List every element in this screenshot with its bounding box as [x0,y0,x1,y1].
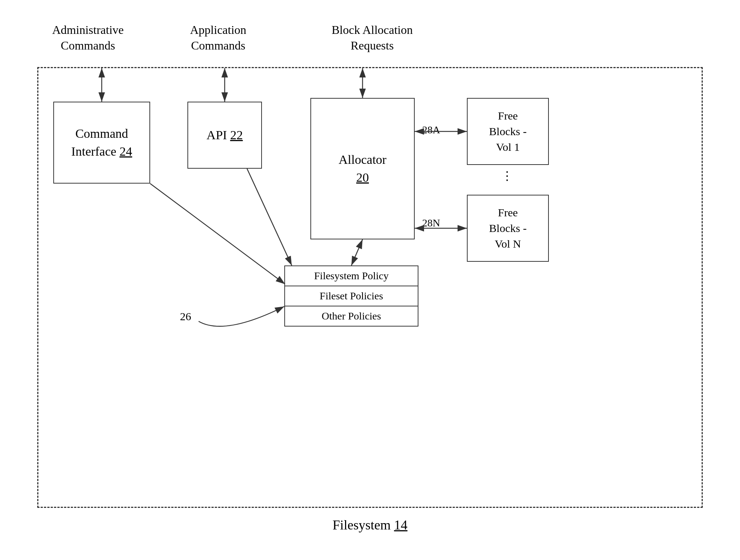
diagram-container: AdministrativeCommands ApplicationComman… [30,22,710,538]
api-block: API 22 [187,102,262,169]
label-28A: 28A [422,124,440,136]
top-labels: AdministrativeCommands ApplicationComman… [30,22,710,67]
label-28N: 28N [422,217,440,229]
policy-box: Filesystem Policy Fileset Policies Other… [284,265,418,327]
allocator-block: Allocator20 [310,98,415,239]
label26-policy-arrow [199,306,284,326]
vol-dots: ⋮ [501,169,514,183]
cmd-policy-arrow [150,184,285,284]
admin-commands-label: AdministrativeCommands [52,22,124,53]
fileset-policies-row: Fileset Policies [285,286,418,306]
block-alloc-label: Block AllocationRequests [332,22,413,53]
filesystem-box: Filesystem 14 CommandInterface 24 API 22… [37,67,703,508]
free-blocks-volN-block: FreeBlocks -Vol N [467,195,549,262]
free-blocks-vol1-block: FreeBlocks -Vol 1 [467,98,549,165]
filesystem-label: Filesystem 14 [332,517,407,533]
other-policies-row: Other Policies [285,306,418,326]
app-commands-label: ApplicationCommands [190,22,246,53]
command-interface-block: CommandInterface 24 [53,102,150,184]
label-26: 26 [180,310,191,323]
filesystem-policy-row: Filesystem Policy [285,266,418,286]
allocator-policy-arrow [351,239,363,265]
api-policy-arrow [247,169,292,265]
